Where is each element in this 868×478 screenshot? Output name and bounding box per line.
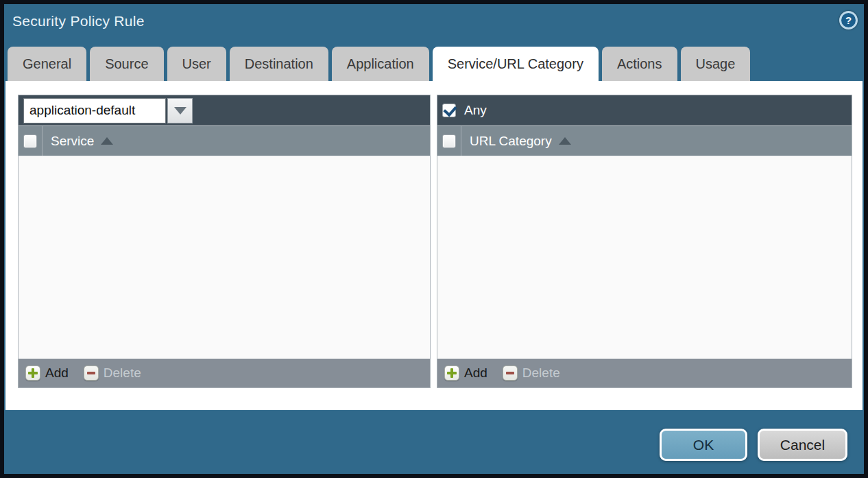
service-panel-topbar: application-default bbox=[19, 95, 430, 126]
service-select-all-checkbox[interactable] bbox=[23, 134, 37, 148]
dialog-title: Security Policy Rule bbox=[12, 13, 145, 29]
dialog-content: application-default Service Add bbox=[5, 81, 863, 410]
url-category-select-all-checkbox[interactable] bbox=[442, 134, 456, 148]
cancel-button[interactable]: Cancel bbox=[758, 429, 847, 461]
any-checkbox[interactable] bbox=[442, 104, 456, 117]
tab-application[interactable]: Application bbox=[332, 47, 429, 81]
service-type-dropdown[interactable]: application-default bbox=[23, 98, 193, 123]
sort-ascending-icon[interactable] bbox=[101, 137, 113, 145]
url-category-panel: Any URL Category Add Delete bbox=[437, 95, 852, 388]
url-category-select-all-cell bbox=[437, 126, 461, 156]
security-policy-rule-dialog: Security Policy Rule ? General Source Us… bbox=[0, 0, 868, 478]
delete-icon bbox=[503, 366, 518, 381]
tab-user[interactable]: User bbox=[167, 47, 226, 81]
url-category-list[interactable] bbox=[437, 156, 852, 359]
tab-destination[interactable]: Destination bbox=[230, 47, 328, 81]
url-category-column-header-row: URL Category bbox=[437, 126, 852, 156]
delete-icon bbox=[84, 366, 99, 381]
url-category-add-button[interactable]: Add bbox=[444, 366, 487, 381]
tab-source[interactable]: Source bbox=[90, 47, 163, 81]
add-icon bbox=[444, 366, 459, 381]
service-list[interactable] bbox=[19, 156, 430, 359]
url-category-column-header[interactable]: URL Category bbox=[470, 134, 552, 149]
url-category-delete-button[interactable]: Delete bbox=[503, 366, 560, 381]
add-label: Add bbox=[464, 366, 487, 381]
service-select-all-cell bbox=[19, 126, 43, 156]
tab-general[interactable]: General bbox=[8, 47, 86, 81]
service-panel: application-default Service Add bbox=[18, 95, 431, 388]
add-label: Add bbox=[45, 366, 69, 381]
dropdown-arrow-button[interactable] bbox=[167, 98, 193, 123]
tab-actions[interactable]: Actions bbox=[602, 47, 677, 81]
service-type-value[interactable]: application-default bbox=[23, 98, 166, 123]
sort-ascending-icon[interactable] bbox=[559, 137, 571, 145]
add-icon bbox=[25, 366, 40, 381]
service-add-button[interactable]: Add bbox=[25, 366, 69, 381]
help-glyph: ? bbox=[845, 14, 852, 26]
help-icon[interactable]: ? bbox=[839, 11, 858, 29]
tab-service-url-category[interactable]: Service/URL Category bbox=[433, 47, 599, 81]
delete-label: Delete bbox=[522, 366, 560, 381]
delete-label: Delete bbox=[104, 366, 141, 381]
tab-bar: General Source User Destination Applicat… bbox=[8, 47, 750, 81]
any-label: Any bbox=[464, 103, 487, 118]
service-delete-button[interactable]: Delete bbox=[84, 366, 141, 381]
service-column-header[interactable]: Service bbox=[51, 134, 94, 149]
service-panel-footer: Add Delete bbox=[19, 359, 430, 387]
tab-usage[interactable]: Usage bbox=[681, 47, 751, 81]
url-category-panel-topbar: Any bbox=[437, 95, 852, 126]
chevron-down-icon bbox=[174, 107, 186, 115]
ok-button[interactable]: OK bbox=[660, 429, 747, 461]
service-column-header-row: Service bbox=[19, 126, 430, 156]
url-category-panel-footer: Add Delete bbox=[437, 359, 852, 387]
